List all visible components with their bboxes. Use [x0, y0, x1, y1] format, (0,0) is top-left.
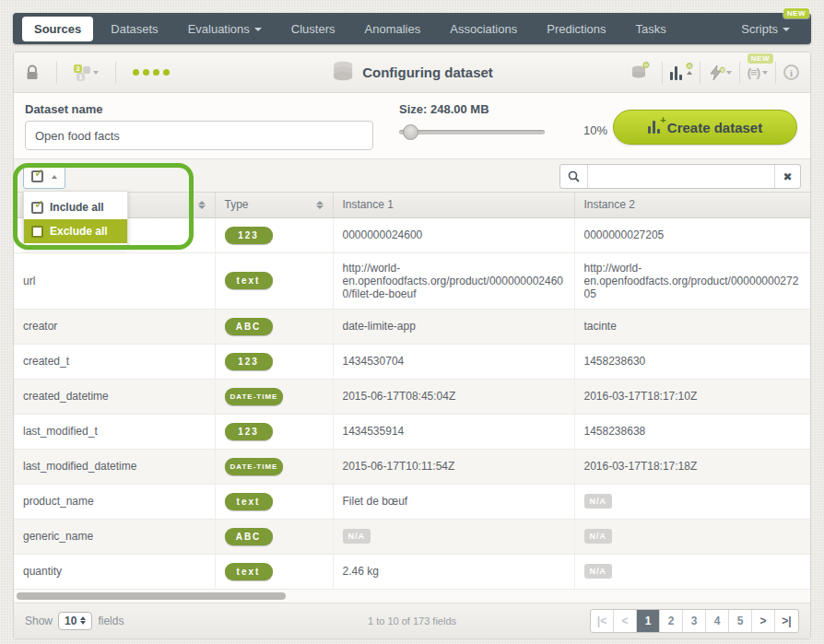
pagination-next[interactable]: > — [752, 610, 775, 632]
dataset-icon — [331, 61, 355, 85]
field-name-cell: quantity — [14, 554, 215, 589]
status-dots-icon — [133, 69, 170, 76]
column-header-type[interactable]: Type — [215, 193, 333, 217]
na-badge: N/A — [343, 529, 371, 544]
select-arrows-icon — [80, 616, 86, 625]
toolbar-separator — [775, 62, 776, 84]
field-type-cell: DATE-TIME — [215, 449, 333, 484]
exclude-all-label: Exclude all — [50, 225, 108, 238]
one-click-actions-icon[interactable]: ⚙ — [708, 64, 732, 81]
fields-label: fields — [98, 615, 124, 627]
sample-percent-value: 10% — [583, 123, 607, 137]
dataset-form: Dataset name Size: 248.00 MB 10% + Creat… — [14, 93, 810, 159]
type-badge: text — [225, 272, 273, 289]
table-row[interactable]: generic_nameABCN/AN/A — [14, 519, 810, 554]
menu-item-include-all[interactable]: ✓ Include all — [24, 195, 127, 219]
slider-handle[interactable] — [403, 124, 418, 140]
clear-search-icon[interactable]: ✖ — [774, 165, 800, 188]
field-type-cell: 123 — [215, 414, 333, 449]
create-dataset-button[interactable]: + Create dataset — [613, 110, 797, 145]
configure-dataset-card: 3 1 Configuring dataset — [13, 52, 811, 639]
table-controls: ✓ ✓ Include all Exclude all ✖ — [14, 159, 810, 193]
table-row[interactable]: creatorABCdate-limite-apptacinte — [14, 309, 810, 344]
create-dataset-icon: + — [648, 121, 660, 134]
instance2-cell: 1458238630 — [574, 344, 810, 379]
whizzml-actions-icon[interactable]: (≡) NEW — [747, 65, 768, 79]
nav-item-scripts[interactable]: Scripts NEW — [729, 17, 802, 41]
toolbar-separator — [56, 62, 57, 84]
sort-icon[interactable] — [198, 201, 206, 209]
table-row[interactable]: created_datetimeDATE-TIME2015-06-17T08:4… — [14, 379, 810, 414]
instance1-cell: 2.46 kg — [333, 554, 574, 589]
size-label: Size: 248.00 MB — [399, 102, 489, 116]
nav-item-anomalies[interactable]: Anomalies — [353, 17, 433, 41]
sort-icon[interactable] — [316, 201, 324, 209]
pagination-first[interactable]: |< — [591, 610, 614, 632]
scrollbar-thumb[interactable] — [17, 592, 286, 600]
instance2-cell: N/A — [574, 519, 810, 554]
scripts-new-badge: NEW — [783, 8, 809, 18]
nav-item-associations[interactable]: Associations — [438, 17, 529, 41]
configure-dataset-icon[interactable]: ⚙ — [670, 65, 692, 80]
toolbar: 3 1 Configuring dataset — [14, 53, 810, 93]
pagination-page-1[interactable]: 1 — [637, 610, 660, 632]
instance2-cell: N/A — [574, 484, 810, 519]
field-type-cell: text — [215, 484, 333, 519]
nav-item-tasks[interactable]: Tasks — [624, 17, 678, 41]
sample-size-slider[interactable] — [399, 130, 545, 135]
pagination-last[interactable]: >| — [775, 610, 798, 632]
dataset-name-input[interactable] — [25, 121, 373, 150]
pagination-prev[interactable]: < — [614, 610, 637, 632]
dataset-config-icon[interactable]: ⚙ — [630, 64, 649, 81]
menu-item-exclude-all[interactable]: Exclude all — [24, 219, 127, 243]
gear-icon: ⚙ — [642, 61, 651, 70]
type-badge: DATE-TIME — [225, 388, 284, 405]
field-name-cell: generic_name — [14, 519, 215, 554]
chevron-down-icon — [726, 71, 732, 75]
type-badge: text — [225, 563, 273, 580]
type-badge: DATE-TIME — [225, 458, 284, 475]
instance2-cell: tacinte — [574, 309, 810, 344]
table-row[interactable]: 12300000000246000000000027205 — [14, 217, 810, 252]
field-type-cell: 123 — [215, 217, 333, 252]
info-icon[interactable]: i — [783, 64, 799, 80]
search-input[interactable] — [588, 165, 774, 188]
pagination-page-5[interactable]: 5 — [729, 610, 752, 632]
toolbar-separator — [739, 62, 740, 84]
instance1-cell: date-limite-app — [333, 309, 574, 344]
pagination-page-3[interactable]: 3 — [683, 610, 706, 632]
table-row[interactable]: urltexthttp://world-en.openfoodfacts.org… — [14, 252, 810, 309]
nav-item-clusters[interactable]: Clusters — [279, 17, 347, 41]
pagination-page-2[interactable]: 2 — [660, 610, 683, 632]
field-selection-dropdown-toggle[interactable]: ✓ — [23, 164, 65, 189]
field-name-cell: created_datetime — [14, 379, 215, 414]
table-row[interactable]: product_nametextFilet de bœufN/A — [14, 484, 810, 519]
nav-item-evaluations[interactable]: Evaluations — [176, 17, 274, 41]
page-size-select[interactable]: 10 — [58, 612, 92, 630]
nav-item-sources[interactable]: Sources — [22, 17, 93, 41]
range-text: 1 to 10 of 173 fields — [368, 615, 456, 626]
type-badge: 123 — [225, 423, 273, 440]
chevron-down-icon — [762, 71, 768, 75]
table-row[interactable]: last_modified_datetimeDATE-TIME2015-06-1… — [14, 449, 810, 484]
sample-blocks-icon[interactable]: 3 1 — [74, 64, 99, 81]
search-icon — [560, 165, 588, 188]
column-header-instance1: Instance 1 — [333, 193, 574, 217]
pagination-page-4[interactable]: 4 — [706, 610, 729, 632]
nav-item-predictions[interactable]: Predictions — [535, 17, 618, 41]
lock-icon[interactable] — [25, 64, 40, 81]
pagination: |<<12345>>| — [590, 609, 799, 633]
table-row[interactable]: last_modified_t12314345359141458238638 — [14, 414, 810, 449]
instance2-cell: 2016-03-17T18:17:18Z — [574, 449, 810, 484]
nav-item-datasets[interactable]: Datasets — [99, 17, 170, 41]
table-row[interactable]: quantitytext2.46 kgN/A — [14, 554, 810, 589]
instance1-cell: 2015-06-17T10:11:54Z — [333, 449, 574, 484]
field-name-cell: url — [14, 252, 215, 309]
column-header-instance2: Instance 2 — [574, 193, 810, 217]
field-selection-menu: ✓ Include all Exclude all — [23, 191, 128, 248]
field-search: ✖ — [559, 164, 801, 189]
page-size-value: 10 — [65, 615, 77, 627]
na-badge: N/A — [584, 494, 613, 509]
toolbar-new-badge: NEW — [747, 53, 773, 64]
table-row[interactable]: created_t12314345307041458238630 — [14, 344, 810, 379]
